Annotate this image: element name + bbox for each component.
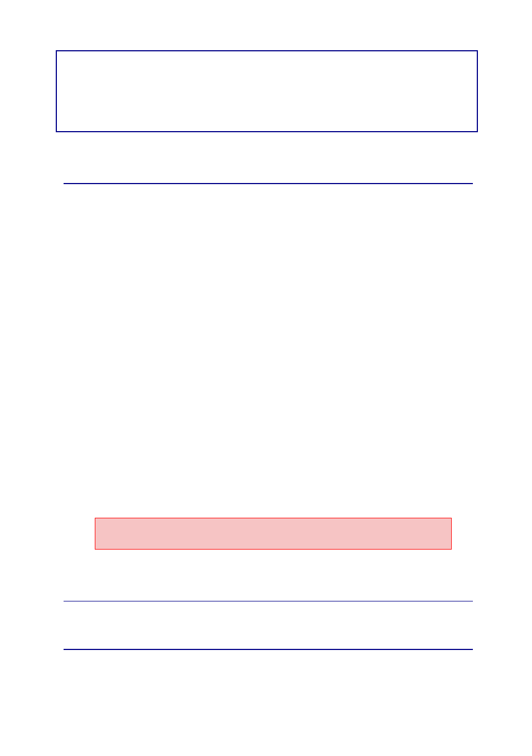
divider-line-1 bbox=[64, 183, 473, 184]
divider-line-2 bbox=[64, 601, 473, 601]
divider-line-3 bbox=[64, 649, 473, 650]
bordered-box bbox=[56, 50, 478, 132]
highlight-box bbox=[95, 518, 452, 550]
